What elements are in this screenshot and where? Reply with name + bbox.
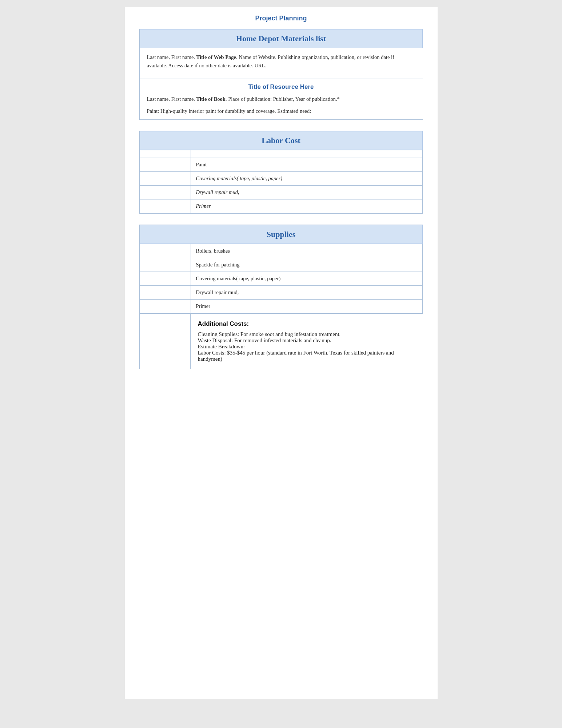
labor-cost-title: Labor Cost — [262, 136, 300, 145]
labor-cost-section: Labor Cost Paint Covering materials( tap… — [139, 131, 423, 214]
labor-cell-right-0 — [191, 150, 422, 158]
resource-title: Title of Resource Here — [140, 83, 423, 91]
table-row: Rollers, brushes — [140, 244, 422, 258]
labor-cell-left-4 — [140, 199, 191, 213]
labor-cost-table: Paint Covering materials( tape, plastic,… — [140, 150, 423, 213]
labor-cell-right-3: Drywall repair mud, — [191, 185, 422, 199]
supply-cell-right-0: Rollers, brushes — [191, 244, 422, 258]
table-row: Covering materials( tape, plastic, paper… — [140, 272, 422, 285]
materials-header-title: Home Depot Materials list — [236, 34, 326, 43]
web-citation: Last name, First name. Title of Web Page… — [140, 48, 423, 75]
table-row: Primer — [140, 199, 422, 213]
labor-cell-right-4: Primer — [191, 199, 422, 213]
supply-cell-right-4: Primer — [191, 299, 422, 313]
supplies-outer: Supplies Rollers, brushes Spackle for pa… — [139, 225, 423, 369]
additional-costs-content: Additional Costs: Cleaning Supplies: For… — [191, 314, 423, 369]
additional-costs-item-2: Estimate Breakdown: — [198, 344, 415, 350]
additional-costs-item-1: Waste Disposal: For removed infested mat… — [198, 337, 415, 344]
book-citation: Last name, First name. Title of Book. Pl… — [140, 94, 423, 106]
materials-section: Home Depot Materials list Last name, Fir… — [139, 29, 423, 120]
additional-costs-title: Additional Costs: — [198, 320, 415, 328]
labor-cell-right-2: Covering materials( tape, plastic, paper… — [191, 171, 422, 185]
supply-cell-left-3 — [140, 285, 191, 299]
supply-cell-right-1: Spackle for patching — [191, 258, 422, 272]
page-container: Project Planning Home Depot Materials li… — [125, 7, 438, 699]
book-citation-after: . Place of publication: Publisher, Year … — [226, 96, 340, 102]
supply-cell-left-0 — [140, 244, 191, 258]
table-row — [140, 150, 422, 158]
supply-cell-left-4 — [140, 299, 191, 313]
additional-costs-left-col — [140, 314, 191, 369]
supplies-table: Rollers, brushes Spackle for patching Co… — [140, 244, 423, 313]
divider-1 — [140, 79, 423, 79]
labor-cell-left-3 — [140, 185, 191, 199]
supply-cell-left-1 — [140, 258, 191, 272]
labor-cell-right-1: Paint — [191, 158, 422, 171]
supplies-section: Supplies Rollers, brushes Spackle for pa… — [139, 225, 423, 369]
supply-cell-right-2: Covering materials( tape, plastic, paper… — [191, 272, 422, 285]
book-citation-bold: Title of Book — [196, 96, 226, 102]
labor-cost-outer: Labor Cost Paint Covering materials( tap… — [139, 131, 423, 214]
supplies-title: Supplies — [267, 230, 296, 239]
citation-bold: Title of Web Page — [196, 54, 236, 60]
table-row: Paint — [140, 158, 422, 171]
materials-header: Home Depot Materials list — [140, 29, 423, 48]
page-title: Project Planning — [139, 15, 423, 22]
table-row: Drywall repair mud, — [140, 185, 422, 199]
table-row: Spackle for patching — [140, 258, 422, 272]
labor-cost-header: Labor Cost — [140, 131, 423, 150]
paint-note: Paint: High-quality interior paint for d… — [140, 107, 423, 119]
labor-cell-left-2 — [140, 171, 191, 185]
table-row: Primer — [140, 299, 422, 313]
supplies-header: Supplies — [140, 225, 423, 244]
table-row: Drywall repair mud, — [140, 285, 422, 299]
supply-cell-left-2 — [140, 272, 191, 285]
book-citation-before: Last name, First name. — [147, 96, 196, 102]
citation-text-before: Last name, First name. — [147, 54, 196, 60]
supply-cell-right-3: Drywall repair mud, — [191, 285, 422, 299]
additional-costs-item-0: Cleaning Supplies: For smoke soot and bu… — [198, 331, 415, 337]
table-row: Covering materials( tape, plastic, paper… — [140, 171, 422, 185]
labor-cell-left-0 — [140, 150, 191, 158]
labor-cell-left-1 — [140, 158, 191, 171]
additional-costs-container: Additional Costs: Cleaning Supplies: For… — [140, 313, 423, 369]
additional-costs-item-3: Labor Costs: $35-$45 per hour (standard … — [198, 350, 415, 362]
